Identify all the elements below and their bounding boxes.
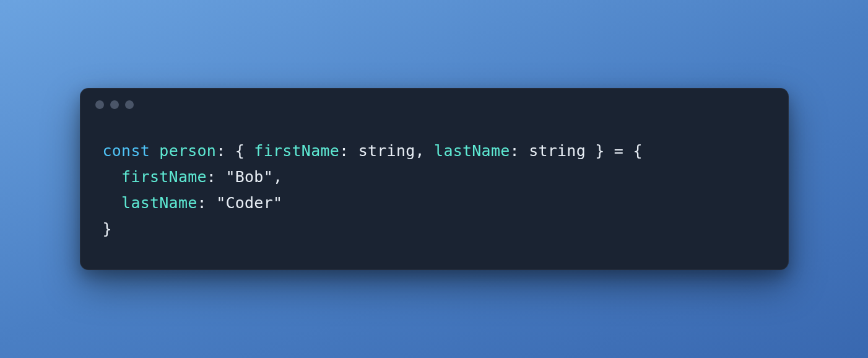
string-literal: "Bob" (225, 168, 273, 186)
string-literal: "Coder" (216, 194, 282, 212)
keyword-const: const (103, 142, 150, 160)
type-string: string (358, 142, 415, 160)
code-text: , (273, 168, 282, 186)
code-text: , (415, 142, 435, 160)
type-prop-lastname: lastName (434, 142, 510, 160)
window-titlebar (80, 89, 788, 121)
code-text: : (207, 168, 226, 186)
code-block: const person: { firstName: string, lastN… (80, 121, 788, 269)
maximize-icon[interactable] (125, 100, 134, 109)
code-text: : (339, 142, 358, 160)
obj-prop-lastname: lastName (121, 194, 197, 212)
code-text: } (586, 142, 605, 160)
code-text: } (103, 220, 112, 238)
code-text: : (510, 142, 529, 160)
minimize-icon[interactable] (110, 100, 119, 109)
code-window: const person: { firstName: string, lastN… (80, 88, 789, 270)
code-text: { (235, 142, 254, 160)
code-text (103, 168, 122, 186)
code-text: : (197, 194, 217, 212)
code-text (150, 142, 159, 160)
code-text: : (216, 142, 235, 160)
code-text (103, 194, 122, 212)
code-text: = (605, 142, 633, 160)
close-icon[interactable] (95, 100, 104, 109)
obj-prop-firstname: firstName (121, 168, 207, 186)
type-prop-firstname: firstName (254, 142, 339, 160)
identifier-person: person (159, 142, 216, 160)
code-text: { (633, 142, 642, 160)
type-string: string (529, 142, 586, 160)
